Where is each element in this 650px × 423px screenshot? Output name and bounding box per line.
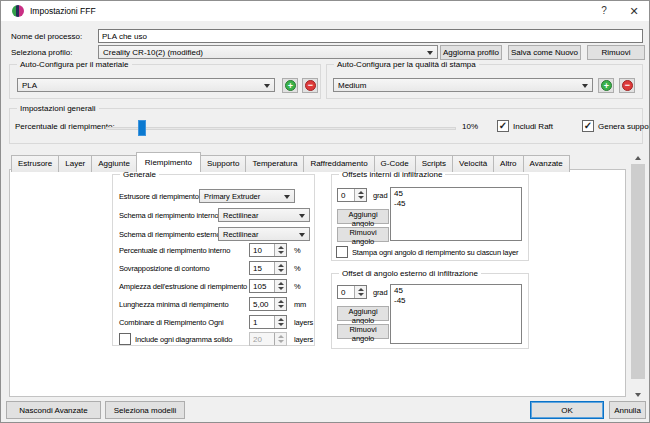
spinner-arrows[interactable] <box>274 244 286 256</box>
external-add-angle-button[interactable]: Aggiungi angolo <box>337 306 389 321</box>
external-angle-spinbox[interactable]: 0 <box>337 285 367 299</box>
vertical-scrollbar[interactable] <box>630 151 646 401</box>
infill-extruder-select[interactable]: Primary Extruder <box>199 189 295 203</box>
spinner-arrows[interactable] <box>274 280 286 292</box>
material-group-title: Auto-Configura per il materiale <box>17 60 132 69</box>
window-title: Impostazioni FFF <box>30 6 96 16</box>
outline-overlap-label: Sovrapposizione di contorno <box>119 264 210 273</box>
plus-icon: + <box>285 80 296 91</box>
min-infill-length-label: Lunghezza minima di riempimento <box>119 300 229 309</box>
chevron-down-icon <box>264 84 270 88</box>
tab-estrusore[interactable]: Estrusore <box>11 155 59 172</box>
internal-angles-list[interactable]: 45 -45 <box>390 187 522 241</box>
profile-label: Seleziona profilo: <box>11 48 72 57</box>
spinner-arrows[interactable] <box>354 189 366 201</box>
internal-infill-percent-spinbox[interactable]: 10 <box>249 243 287 257</box>
unit-label: % <box>294 246 301 255</box>
ok-button[interactable]: OK <box>530 401 604 419</box>
infill-extrusion-width-label: Ampiezza dell'estrusione di riempimento <box>119 282 247 291</box>
tab-layer[interactable]: Layer <box>58 155 92 172</box>
include-raft-checkbox[interactable]: ✓ <box>497 120 509 132</box>
internal-pattern-select[interactable]: Rectilinear <box>218 208 310 222</box>
include-solid-diaphragm-label: Include ogni diagramma solido <box>135 335 232 344</box>
save-as-new-button[interactable]: Salva come Nuovo <box>508 45 581 60</box>
print-every-angle-checkbox[interactable] <box>336 246 348 258</box>
infill-extruder-label: Estrusore di riempimento <box>119 192 199 201</box>
internal-remove-angle-button[interactable]: Rimuovi angolo <box>337 227 389 242</box>
add-material-button[interactable]: + <box>282 78 298 93</box>
combine-infill-label: Combinare di Riempimento Ogni <box>119 318 223 327</box>
minus-icon: − <box>622 80 633 91</box>
external-angles-list[interactable]: 45 -45 <box>390 284 522 344</box>
tab-scripts[interactable]: Scripts <box>415 155 453 172</box>
combine-infill-spinbox[interactable]: 1 <box>249 315 287 329</box>
tab-supporto[interactable]: Supporto <box>200 155 246 172</box>
hide-advanced-button[interactable]: Nascondi Avanzate <box>6 401 101 419</box>
list-item[interactable]: -45 <box>391 296 521 306</box>
min-infill-length-spinbox[interactable]: 5,00 <box>249 297 287 311</box>
list-item[interactable]: 45 <box>391 286 521 296</box>
internal-add-angle-button[interactable]: Aggiungi angolo <box>337 209 389 224</box>
tab-riempimento[interactable]: Riempimento <box>136 152 201 172</box>
chevron-down-icon <box>299 214 305 218</box>
spinner-arrows[interactable] <box>274 262 286 274</box>
app-logo-icon <box>12 5 24 17</box>
select-models-button[interactable]: Seleziona modelli <box>105 401 185 419</box>
quality-select[interactable]: Medium <box>333 78 593 92</box>
tab-aggiunte[interactable]: Aggiunte <box>91 155 137 172</box>
include-solid-diaphragm-checkbox[interactable] <box>119 333 131 345</box>
list-item[interactable]: -45 <box>391 199 521 209</box>
include-raft-label: Includi Raft <box>513 122 553 131</box>
tab-temperatura[interactable]: Temperatura <box>245 155 304 172</box>
internal-infill-percent-label: Percentuale di riempimento interno <box>119 246 230 255</box>
unit-label: layers <box>294 335 313 344</box>
remove-material-button[interactable]: − <box>302 78 318 93</box>
generale-group: Generale Estrusore di riempimento Primar… <box>112 174 315 346</box>
infill-extrusion-width-spinbox[interactable]: 105 <box>249 279 287 293</box>
spinner-arrows[interactable] <box>274 298 286 310</box>
infill-percentage-value: 10% <box>462 122 478 131</box>
tab-gcode[interactable]: G-Code <box>374 155 416 172</box>
riempimento-tab-pane <box>9 169 626 397</box>
internal-offsets-group: Offsets interni di infiltrazione 0 grad … <box>331 174 529 261</box>
help-button[interactable]: ? <box>591 1 617 21</box>
cancel-button[interactable]: Annulla <box>609 401 646 419</box>
add-quality-button[interactable]: + <box>598 78 614 93</box>
tab-raffreddamento[interactable]: Raffreddamento <box>303 155 374 172</box>
grad-label: grad <box>373 288 387 297</box>
internal-angle-spinbox[interactable]: 0 <box>337 188 367 202</box>
close-icon[interactable]: ✕ <box>621 1 647 21</box>
list-item[interactable]: 45 <box>391 189 521 199</box>
chevron-down-icon <box>284 195 290 199</box>
generate-support-checkbox[interactable]: ✓ <box>582 120 594 132</box>
remove-quality-button[interactable]: − <box>619 78 635 93</box>
external-pattern-select[interactable]: Rectilinear <box>218 227 310 241</box>
scroll-down-icon[interactable] <box>630 388 646 401</box>
solid-diaphragm-spinbox: 20 <box>249 332 287 346</box>
print-every-angle-label: Stampa ogni angolo di riempimento su cia… <box>352 248 518 257</box>
tab-velocita[interactable]: Velocità <box>452 155 494 172</box>
generate-support-label: Genera supporto <box>598 122 650 131</box>
spinner-arrows[interactable] <box>274 316 286 328</box>
spinner-arrows[interactable] <box>354 286 366 298</box>
minus-icon: − <box>305 80 316 91</box>
external-remove-angle-button[interactable]: Rimuovi angolo <box>337 324 389 339</box>
update-profile-button[interactable]: Aggiorna profilo <box>440 45 502 60</box>
tab-altro[interactable]: Altro <box>493 155 523 172</box>
unit-label: % <box>294 282 301 291</box>
general-settings-title: Impostazioni generali <box>17 104 99 113</box>
unit-label: layers <box>294 318 313 327</box>
scroll-up-icon[interactable] <box>630 151 646 164</box>
profile-select[interactable]: Creality CR-10(2) (modified) <box>98 45 438 59</box>
remove-profile-button[interactable]: Rimuovi <box>587 45 645 60</box>
fff-settings-dialog: Impostazioni FFF ? ✕ Nome del processo: … <box>0 0 650 423</box>
tab-avanzate[interactable]: Avanzate <box>523 155 570 172</box>
scrollbar-thumb[interactable] <box>631 164 645 379</box>
material-select[interactable]: PLA <box>17 78 275 92</box>
infill-slider-track[interactable] <box>106 127 456 130</box>
outline-overlap-spinbox[interactable]: 15 <box>249 261 287 275</box>
process-name-input[interactable] <box>98 29 643 43</box>
external-offsets-title: Offset di angolo esterno di infiltrazion… <box>339 269 481 278</box>
infill-slider-handle[interactable] <box>138 120 146 136</box>
titlebar: Impostazioni FFF ? ✕ <box>1 1 649 21</box>
